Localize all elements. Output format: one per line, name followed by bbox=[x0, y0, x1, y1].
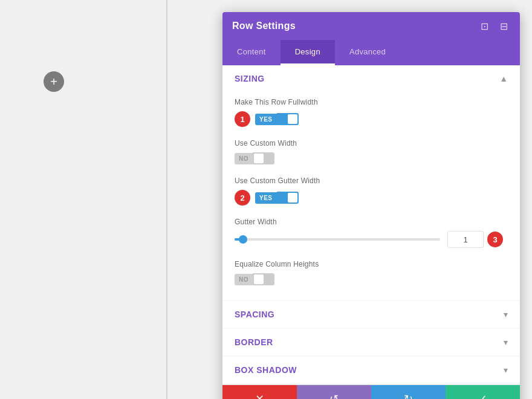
step-badge-1: 1 bbox=[235, 111, 250, 127]
gutter-value-input[interactable] bbox=[447, 231, 484, 248]
section-border: Border ▾ bbox=[222, 329, 520, 355]
make-fullwidth-toggle-group: 1 YES bbox=[235, 111, 508, 127]
custom-gutter-thumb bbox=[288, 193, 297, 203]
plus-icon: + bbox=[50, 75, 57, 89]
equalize-columns-label: Equalize Column Heights bbox=[235, 260, 508, 268]
custom-width-label: Use Custom Width bbox=[235, 139, 508, 148]
equalize-columns-row: Equalize Column Heights NO bbox=[235, 260, 508, 285]
custom-width-no-label: NO bbox=[235, 153, 253, 164]
modal-body: Sizing ▲ Make This Row Fullwidth 1 YES bbox=[222, 65, 520, 384]
make-fullwidth-row: Make This Row Fullwidth 1 YES bbox=[235, 98, 508, 127]
step-badge-3: 3 bbox=[487, 232, 503, 247]
custom-gutter-label: Use Custom Gutter Width bbox=[235, 177, 508, 185]
gutter-slider-thumb[interactable] bbox=[239, 235, 247, 244]
custom-width-toggle[interactable]: NO bbox=[235, 152, 508, 164]
undo-icon: ↺ bbox=[329, 392, 339, 399]
section-sizing-header[interactable]: Sizing ▲ bbox=[222, 65, 520, 92]
modal-title: Row Settings bbox=[232, 21, 296, 31]
make-fullwidth-label: Make This Row Fullwidth bbox=[235, 98, 508, 106]
undo-button[interactable]: ↺ bbox=[297, 385, 371, 399]
section-spacing: Spacing ▾ bbox=[222, 301, 520, 328]
box-shadow-chevron-icon: ▾ bbox=[504, 365, 508, 375]
sizing-title: Sizing bbox=[235, 74, 265, 83]
sizing-chevron-icon: ▲ bbox=[499, 74, 508, 83]
section-sizing: Sizing ▲ Make This Row Fullwidth 1 YES bbox=[222, 65, 520, 300]
border-chevron-icon: ▾ bbox=[504, 337, 508, 347]
box-shadow-title: Box Shadow bbox=[235, 365, 297, 375]
resize-icon[interactable]: ⊡ bbox=[478, 19, 491, 33]
save-button[interactable]: ✓ bbox=[446, 385, 520, 399]
make-fullwidth-toggle[interactable]: YES bbox=[255, 113, 299, 125]
equalize-columns-no-label: NO bbox=[235, 274, 253, 285]
gutter-value-container: 3 bbox=[447, 231, 508, 248]
section-box-shadow: Box Shadow ▾ bbox=[222, 357, 520, 383]
save-icon: ✓ bbox=[478, 392, 487, 399]
custom-gutter-toggle-group: 2 YES bbox=[235, 190, 508, 206]
custom-gutter-row: Use Custom Gutter Width 2 YES bbox=[235, 177, 508, 206]
cancel-icon: ✕ bbox=[255, 392, 264, 399]
columns-icon[interactable]: ⊟ bbox=[497, 19, 510, 33]
equalize-columns-track[interactable] bbox=[253, 273, 274, 285]
sizing-content: Make This Row Fullwidth 1 YES Use Custom bbox=[222, 92, 520, 300]
redo-icon: ↻ bbox=[404, 392, 413, 399]
equalize-columns-toggle[interactable]: NO bbox=[235, 273, 508, 285]
cancel-button[interactable]: ✕ bbox=[222, 385, 297, 399]
modal-header: Row Settings ⊡ ⊟ bbox=[222, 12, 520, 40]
custom-width-track[interactable] bbox=[253, 152, 274, 164]
gutter-width-label: Gutter Width bbox=[235, 218, 508, 226]
spacing-title: Spacing bbox=[235, 310, 274, 319]
tabs-bar: Content Design Advanced bbox=[222, 40, 520, 65]
add-section-button[interactable]: + bbox=[44, 71, 64, 92]
border-title: Border bbox=[235, 337, 273, 347]
custom-gutter-toggle[interactable]: YES bbox=[255, 192, 299, 204]
gutter-width-row: Gutter Width 3 bbox=[235, 218, 508, 248]
tab-content[interactable]: Content bbox=[222, 40, 281, 65]
make-fullwidth-thumb bbox=[288, 114, 297, 124]
gutter-slider-row: 3 bbox=[235, 231, 508, 248]
section-spacing-header[interactable]: Spacing ▾ bbox=[222, 301, 520, 328]
gutter-slider-container bbox=[235, 233, 440, 245]
spacing-chevron-icon: ▾ bbox=[504, 310, 508, 319]
tab-design[interactable]: Design bbox=[281, 40, 335, 65]
custom-gutter-yes-label: YES bbox=[255, 192, 277, 204]
section-box-shadow-header[interactable]: Box Shadow ▾ bbox=[222, 357, 520, 383]
row-settings-panel: Row Settings ⊡ ⊟ Content Design Advanced… bbox=[222, 12, 520, 399]
section-border-header[interactable]: Border ▾ bbox=[222, 329, 520, 355]
gutter-slider-track bbox=[235, 238, 440, 241]
custom-gutter-track[interactable] bbox=[277, 192, 299, 204]
header-icons: ⊡ ⊟ bbox=[478, 19, 510, 33]
custom-width-row: Use Custom Width NO bbox=[235, 139, 508, 164]
bottom-bar: ✕ ↺ ↻ ✓ bbox=[222, 384, 520, 399]
custom-width-thumb bbox=[254, 154, 264, 163]
make-fullwidth-yes-label: YES bbox=[255, 114, 277, 125]
tab-advanced[interactable]: Advanced bbox=[335, 40, 400, 65]
equalize-columns-thumb bbox=[254, 274, 264, 284]
redo-button[interactable]: ↻ bbox=[371, 385, 446, 399]
canvas-divider bbox=[166, 0, 167, 399]
step-badge-2: 2 bbox=[235, 190, 250, 206]
make-fullwidth-track[interactable] bbox=[277, 113, 299, 125]
